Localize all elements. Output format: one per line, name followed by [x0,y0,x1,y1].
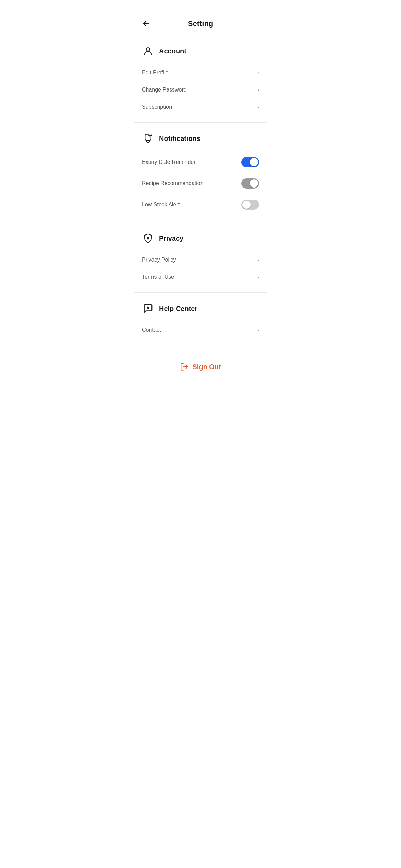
terms-of-use-label: Terms of Use [142,274,174,280]
sign-out-label: Sign Out [192,363,221,371]
account-section-header: Account [142,45,259,57]
help-center-icon [142,302,154,315]
low-stock-alert-row: Low Stock Alert [142,194,259,215]
expiry-reminder-row: Expiry Date Reminder [142,152,259,173]
expiry-reminder-thumb [250,158,258,166]
contact-label: Contact [142,327,161,333]
sign-out-section: Sign Out [134,346,267,388]
back-button[interactable] [142,20,150,28]
header: Setting [134,0,267,35]
low-stock-alert-label: Low Stock Alert [142,202,180,208]
privacy-section: Privacy Privacy Policy › Terms of Use › [134,222,267,293]
low-stock-alert-thumb [242,201,251,209]
help-center-section: Help Center Contact › [134,293,267,346]
notifications-section: Notifications Expiry Date Reminder Recip… [134,123,267,222]
help-center-section-header: Help Center [142,302,259,315]
recipe-recommendation-thumb [250,179,258,188]
notifications-icon [142,132,154,145]
edit-profile-label: Edit Profile [142,70,168,76]
privacy-section-title: Privacy [159,234,183,242]
privacy-policy-item[interactable]: Privacy Policy › [142,251,259,268]
expiry-reminder-toggle[interactable] [241,157,259,167]
terms-of-use-chevron: › [257,274,259,280]
account-section-title: Account [159,47,186,55]
svg-point-0 [146,48,150,51]
svg-point-7 [147,307,149,309]
edit-profile-chevron: › [257,70,259,76]
recipe-recommendation-label: Recipe Recommendation [142,180,204,186]
svg-point-4 [149,135,151,136]
account-icon [142,45,154,57]
subscription-chevron: › [257,104,259,110]
subscription-item[interactable]: Subscription › [142,98,259,116]
expiry-reminder-label: Expiry Date Reminder [142,159,196,165]
change-password-item[interactable]: Change Password › [142,81,259,98]
privacy-policy-label: Privacy Policy [142,257,176,263]
contact-chevron: › [257,327,259,333]
privacy-section-header: Privacy [142,232,259,244]
change-password-label: Change Password [142,87,187,93]
sign-out-icon [180,362,189,371]
change-password-chevron: › [257,87,259,93]
help-center-section-title: Help Center [159,305,197,313]
notifications-section-header: Notifications [142,132,259,145]
privacy-policy-chevron: › [257,257,259,263]
account-section: Account Edit Profile › Change Password ›… [134,35,267,123]
privacy-icon [142,232,154,244]
edit-profile-item[interactable]: Edit Profile › [142,64,259,81]
notifications-section-title: Notifications [159,135,200,143]
subscription-label: Subscription [142,104,172,110]
low-stock-alert-toggle[interactable] [241,200,259,210]
contact-item[interactable]: Contact › [142,322,259,339]
terms-of-use-item[interactable]: Terms of Use › [142,268,259,286]
recipe-recommendation-row: Recipe Recommendation [142,173,259,194]
recipe-recommendation-toggle[interactable] [241,178,259,189]
sign-out-button[interactable]: Sign Out [180,362,221,371]
page-title: Setting [188,19,214,28]
